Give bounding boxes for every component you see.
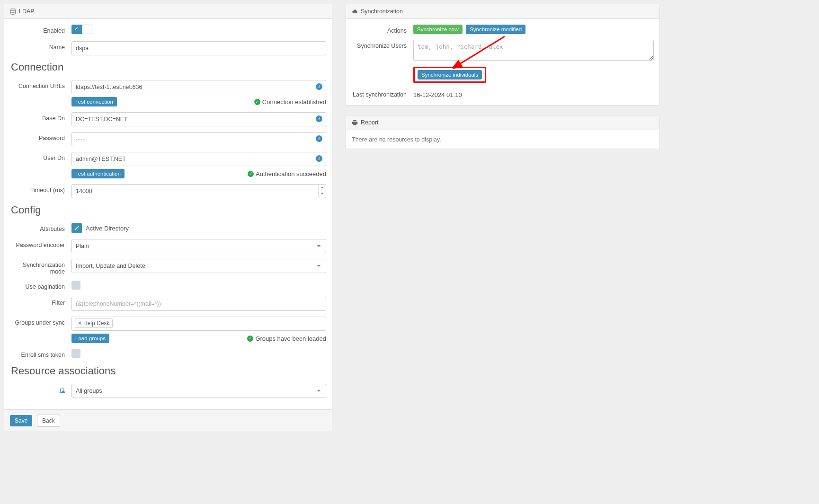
last-sync-label: Last synchronization <box>352 88 413 98</box>
report-panel-title: Report <box>361 119 379 126</box>
password-label: Password <box>10 132 71 141</box>
base-dn-input[interactable] <box>71 112 326 126</box>
sync-users-label: Synchronize Users <box>352 40 413 49</box>
use-pagination-label: Use pagination <box>10 281 71 290</box>
back-button[interactable]: Back <box>37 415 60 427</box>
ldap-panel-title: LDAP <box>19 8 35 15</box>
enroll-sms-label: Enroll sms token <box>10 349 71 358</box>
ldap-footer: Save Back <box>4 409 332 432</box>
cloud-icon <box>352 9 358 15</box>
timeout-label: Timeout (ms) <box>10 184 71 194</box>
svg-point-0 <box>11 9 16 10</box>
connection-urls-label: Connection URLs <box>10 80 71 89</box>
sync-panel: Synchronization Actions Synchronize now … <box>346 4 660 106</box>
filter-label: Filter <box>10 297 71 306</box>
groups-input[interactable]: ×Help Desk <box>71 317 326 331</box>
test-authentication-button[interactable]: Test authentication <box>71 169 125 178</box>
ldap-panel-header: LDAP <box>4 4 332 19</box>
attributes-value: Active Directory <box>86 225 129 232</box>
password-input[interactable] <box>71 132 326 146</box>
base-dn-label: Base Dn <box>10 112 71 122</box>
auth-status-text: Authentication succeeded <box>256 170 326 177</box>
group-tag[interactable]: ×Help Desk <box>75 318 113 328</box>
report-panel-header: Report <box>346 115 659 130</box>
connection-urls-input[interactable] <box>71 80 326 94</box>
database-icon <box>10 9 16 15</box>
check-icon: ✓ <box>247 336 253 342</box>
remove-tag-icon[interactable]: × <box>78 320 81 327</box>
check-icon: ✓ <box>248 171 254 177</box>
sync-users-textarea[interactable] <box>413 40 654 61</box>
connection-heading: Connection <box>10 61 326 73</box>
resource-assoc-heading: Resource associations <box>10 365 326 377</box>
load-groups-button[interactable]: Load groups <box>71 334 109 343</box>
sync-panel-title: Synchronization <box>361 8 403 15</box>
info-icon[interactable]: i <box>316 83 322 90</box>
report-empty-text: There are no resources to display. <box>352 136 441 143</box>
enabled-toggle[interactable] <box>71 25 92 34</box>
timeout-input[interactable] <box>71 184 326 198</box>
synchronize-modified-button[interactable]: Synchronize modified <box>466 25 525 34</box>
sync-panel-header: Synchronization <box>346 4 659 19</box>
config-heading: Config <box>10 204 326 216</box>
synchronize-individuals-button[interactable]: Synchronize individuals <box>418 70 482 80</box>
use-pagination-checkbox[interactable] <box>71 281 80 290</box>
print-icon <box>352 120 358 126</box>
synchronize-now-button[interactable]: Synchronize now <box>413 25 463 34</box>
sync-mode-select[interactable]: Import, Update and Delete <box>71 259 326 273</box>
info-icon[interactable]: i <box>316 155 322 162</box>
password-encoder-select[interactable]: Plain <box>71 239 326 253</box>
groups-under-sync-label: Groups under sync <box>10 317 71 326</box>
spinner-down-icon[interactable]: ▼ <box>319 191 326 198</box>
attributes-label: Attributes <box>10 223 71 232</box>
last-sync-value: 16-12-2024 01:10 <box>413 91 462 98</box>
spinner-up-icon[interactable]: ▲ <box>319 185 326 191</box>
enroll-sms-checkbox[interactable] <box>71 349 80 358</box>
ldap-panel: LDAP Enabled Name Connection <box>4 4 332 432</box>
edit-attributes-button[interactable] <box>71 223 82 233</box>
pencil-icon <box>74 225 80 231</box>
r1-link[interactable]: r1 <box>60 387 65 393</box>
info-icon[interactable]: i <box>316 115 322 122</box>
user-dn-label: User Dn <box>10 152 71 161</box>
name-input[interactable] <box>71 41 326 55</box>
check-icon: ✓ <box>254 99 260 105</box>
password-encoder-label: Password encoder <box>10 239 71 248</box>
connection-status-text: Connection established <box>262 98 326 106</box>
filter-input[interactable] <box>71 297 326 311</box>
actions-label: Actions <box>352 25 413 34</box>
highlight-annotation: Synchronize individuals <box>413 67 486 83</box>
groups-status-text: Groups have been loaded <box>255 335 326 342</box>
enabled-label: Enabled <box>10 25 71 34</box>
save-button[interactable]: Save <box>10 415 32 426</box>
name-label: Name <box>10 41 71 51</box>
user-dn-input[interactable] <box>71 152 326 166</box>
sync-mode-label: Synchronization mode <box>10 259 71 275</box>
report-panel: Report There are no resources to display… <box>346 115 660 149</box>
info-icon[interactable]: i <box>316 135 322 142</box>
r1-select[interactable]: All groups <box>71 384 326 398</box>
test-connection-button[interactable]: Test connection <box>71 97 117 106</box>
